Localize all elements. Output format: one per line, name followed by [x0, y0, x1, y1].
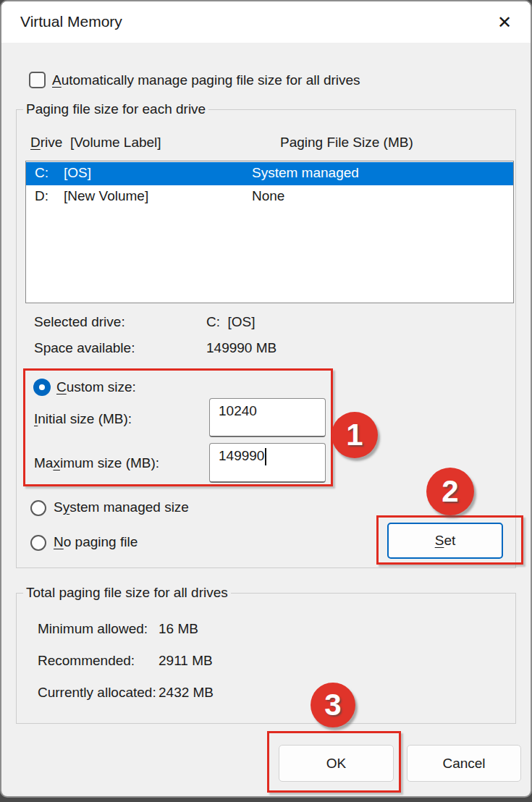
space-available-label: Space available:	[34, 340, 135, 356]
close-button[interactable]: ✕	[490, 9, 519, 36]
dialog-title: Virtual Memory	[20, 13, 122, 30]
drive-row-c[interactable]: C: [OS] System managed	[26, 162, 513, 185]
space-available-value: 149990 MB	[206, 340, 276, 356]
set-button[interactable]: Set	[387, 523, 503, 559]
custom-size-radio[interactable]	[33, 379, 51, 396]
drive-letter: C:	[35, 165, 48, 181]
volume-label: [OS]	[64, 165, 91, 181]
drive-row-d[interactable]: D: [New Volume] None	[26, 185, 513, 208]
no-paging-file-radio[interactable]	[30, 535, 46, 551]
drive-list: C: [OS] System managed D: [New Volume] N…	[25, 161, 514, 303]
custom-size-label[interactable]: Custom size:	[56, 379, 136, 395]
title-bar: Virtual Memory ✕	[1, 1, 531, 43]
initial-size-input[interactable]: 10240	[209, 398, 326, 437]
initial-size-label: Initial size (MB):	[34, 411, 132, 427]
cancel-button[interactable]: Cancel	[407, 745, 521, 782]
paging-size: None	[252, 188, 284, 204]
auto-manage-checkbox[interactable]	[29, 72, 46, 88]
currently-allocated-label: Currently allocated:	[38, 685, 156, 701]
close-icon: ✕	[497, 12, 512, 33]
maximum-size-input[interactable]: 149990	[209, 443, 326, 483]
auto-manage-label[interactable]: Automatically manage paging file size fo…	[52, 72, 360, 88]
drive-letter: D:	[35, 188, 48, 204]
virtual-memory-dialog: Virtual Memory ✕ Automatically manage pa…	[0, 0, 532, 798]
recommended-label: Recommended:	[38, 653, 135, 669]
text-cursor	[265, 448, 266, 465]
currently-allocated-value: 2432 MB	[159, 685, 214, 701]
system-managed-radio[interactable]	[30, 500, 46, 516]
column-header-size: Paging File Size (MB)	[280, 135, 413, 151]
column-header-drive: Drive [Volume Label]	[30, 135, 161, 151]
paging-size: System managed	[252, 165, 359, 181]
no-paging-file-label[interactable]: No paging file	[54, 534, 138, 550]
total-group-title: Total paging file size for all drives	[23, 585, 231, 601]
ok-button[interactable]: OK	[279, 745, 394, 782]
maximum-size-label: Maximum size (MB):	[34, 455, 159, 471]
selected-drive-label: Selected drive:	[34, 314, 125, 330]
system-managed-label[interactable]: System managed size	[54, 499, 189, 515]
volume-label: [New Volume]	[64, 188, 148, 204]
minimum-allowed-value: 16 MB	[159, 621, 198, 637]
recommended-value: 2911 MB	[159, 653, 213, 669]
selected-drive-value: C: [OS]	[206, 314, 256, 330]
drive-group-title: Paging file size for each drive	[23, 101, 208, 117]
minimum-allowed-label: Minimum allowed:	[38, 621, 148, 637]
